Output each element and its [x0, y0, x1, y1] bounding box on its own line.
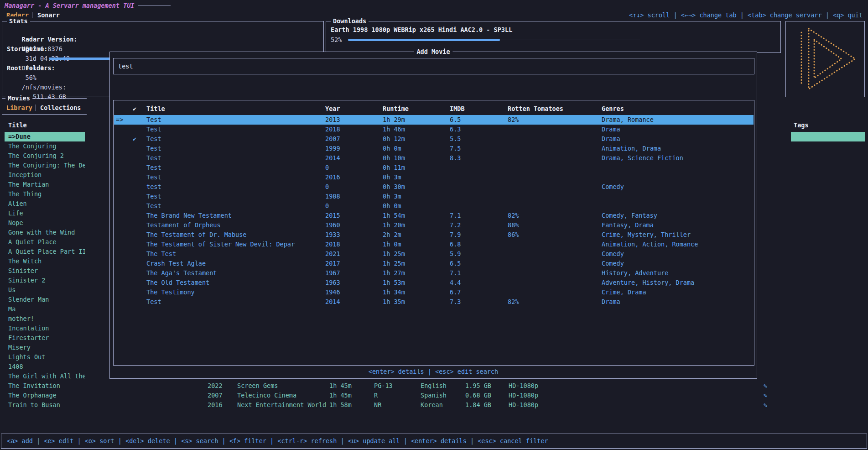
result-rotten-tomatoes-cell	[508, 268, 599, 278]
result-genres-cell: Crime, Drama	[602, 288, 751, 297]
result-title-cell: The Brand New Testament	[146, 211, 324, 220]
monitored-icon	[764, 343, 775, 352]
movie-tags-cell	[791, 161, 865, 170]
result-imdb-cell: 7.9	[450, 230, 504, 240]
library-row[interactable]: The Orphanage 2007 Telecinco Cinema 1h 4…	[3, 391, 865, 400]
selection-arrow: =>	[116, 115, 131, 125]
result-rotten-tomatoes-cell	[508, 201, 599, 211]
added-check-icon	[133, 153, 145, 163]
library-row[interactable]: Train to Busan 2016 Next Entertainment W…	[3, 400, 865, 410]
selection-arrow	[116, 163, 131, 173]
movie-tags-cell	[791, 400, 865, 410]
movie-tags-cell	[791, 314, 865, 324]
added-check-icon	[133, 220, 145, 230]
search-result-row[interactable]: Test 1999 0h 0m 7.5 Animation, Drama	[114, 144, 754, 153]
search-result-row[interactable]: Test 2018 1h 46m 6.3 Drama	[114, 125, 754, 134]
result-year-cell: 1946	[325, 288, 380, 297]
movie-tags-cell	[791, 304, 865, 314]
result-runtime-cell: 0h 0m	[383, 144, 447, 153]
monitored-icon	[764, 333, 775, 343]
movie-title-cell: Sinister 2	[5, 276, 85, 285]
result-title-cell: The Testament of Dr. Mabuse	[146, 230, 324, 240]
search-results-table[interactable]: ✔ Title Year Runtime IMDB Rotten Tomatoe…	[113, 100, 754, 366]
movie-tags-cell	[791, 276, 865, 285]
result-rotten-tomatoes-cell	[508, 192, 599, 201]
result-genres-cell	[602, 201, 751, 211]
movie-runtime-cell: 1h 58m	[329, 400, 373, 410]
search-result-row[interactable]: => Test 2013 1h 29m 6.5 82% Drama, Roman…	[114, 115, 754, 125]
monitored-icon: ✎	[764, 381, 775, 391]
result-title-cell: Test	[146, 192, 324, 201]
result-imdb-cell	[450, 192, 504, 201]
popup-keybindings: <enter> details | <esc> edit search	[110, 367, 757, 377]
movie-title-cell: The Conjuring 2	[5, 151, 85, 161]
result-runtime-cell: 1h 25m	[383, 259, 447, 268]
search-result-row[interactable]: Test 2014 1h 35m 7.3 82% Drama	[114, 297, 754, 307]
search-result-row[interactable]: The Old Testament 1963 1h 53m 4.4 Advent…	[114, 278, 754, 288]
search-result-row[interactable]: The Testament of Dr. Mabuse 1933 2h 2m 7…	[114, 230, 754, 240]
movie-title-cell: Sinister	[5, 266, 85, 276]
monitored-icon	[764, 237, 775, 247]
result-imdb-cell: 7.5	[450, 144, 504, 153]
search-result-row[interactable]: Test 1988 0h 3m	[114, 192, 754, 201]
search-result-row[interactable]: Crash Test Aglae 2017 1h 25m 6.5 Comedy	[114, 259, 754, 268]
result-runtime-cell: 2h 2m	[383, 230, 447, 240]
movie-title-cell: A Quiet Place	[5, 237, 85, 247]
result-title-cell: Test	[146, 144, 324, 153]
result-year-cell: 2016	[325, 173, 380, 182]
monitored-icon	[764, 189, 775, 199]
movie-search-input[interactable]	[114, 58, 754, 74]
result-title-cell: Test	[146, 163, 324, 173]
search-results-rows[interactable]: => Test 2013 1h 29m 6.5 82% Drama, Roman…	[114, 100, 754, 365]
result-imdb-cell	[450, 182, 504, 192]
search-result-row[interactable]: The Testament of Sister New Devil: Depar…	[114, 240, 754, 249]
result-year-cell: 1967	[325, 268, 380, 278]
result-imdb-cell: 7.3	[450, 297, 504, 307]
added-check-icon	[133, 297, 145, 307]
monitored-icon	[764, 161, 775, 170]
library-row[interactable]: The Invitation 2022 Screen Gems 1h 45m P…	[3, 381, 865, 391]
movie-tags-cell	[791, 352, 865, 362]
monitored-icon	[764, 170, 775, 180]
search-result-row[interactable]: Testament of Orpheus 1960 1h 20m 7.2 88%…	[114, 220, 754, 230]
result-runtime-cell: 1h 46m	[383, 125, 447, 134]
movie-rating-cell: NR	[374, 400, 417, 410]
monitored-icon	[764, 314, 775, 324]
result-genres-cell: Comedy, Fantasy	[602, 211, 751, 220]
movie-tags-cell	[791, 141, 865, 151]
movie-title-cell: Alien	[5, 199, 85, 209]
selection-arrow	[116, 288, 131, 297]
search-result-row[interactable]: Test 2016 0h 3m	[114, 173, 754, 182]
search-result-row[interactable]: The Brand New Testament 2015 1h 54m 7.1 …	[114, 211, 754, 220]
selection-arrow	[116, 230, 131, 240]
movie-title-cell: 1408	[5, 362, 85, 372]
search-result-row[interactable]: ✔ Test 2007 0h 12m 5.5 Drama	[114, 134, 754, 144]
search-result-row[interactable]: Test 0 0h 11m	[114, 163, 754, 173]
result-genres-cell	[602, 173, 751, 182]
movie-title-cell: The Conjuring: The De	[5, 161, 85, 170]
movie-title-cell: The Martian	[5, 180, 85, 189]
result-rotten-tomatoes-cell: 82%	[508, 211, 599, 220]
result-rotten-tomatoes-cell	[508, 259, 599, 268]
movie-tags-cell	[791, 228, 865, 237]
context-keybindings: <a> add | <e> edit | <o> sort | <del> de…	[7, 436, 548, 446]
search-result-row[interactable]: The Testimony 1946 1h 34m 6.7 Crime, Dra…	[114, 288, 754, 297]
result-runtime-cell: 0h 3m	[383, 192, 447, 201]
search-result-row[interactable]: The Test 2021 1h 25m 5.9 Comedy	[114, 249, 754, 259]
result-year-cell: 0	[325, 163, 380, 173]
search-result-row[interactable]: Test 0 0h 0m	[114, 201, 754, 211]
result-imdb-cell	[450, 173, 504, 182]
added-check-icon	[133, 192, 145, 201]
movie-language-cell: Spanish	[421, 391, 464, 400]
search-result-row[interactable]: Test 2014 0h 10m 8.3 Drama, Science Fict…	[114, 153, 754, 163]
search-result-row[interactable]: test 0 0h 30m Comedy	[114, 182, 754, 192]
result-rotten-tomatoes-cell	[508, 134, 599, 144]
result-runtime-cell: 1h 35m	[383, 297, 447, 307]
result-title-cell: Test	[146, 134, 324, 144]
movie-title-cell: Us	[5, 285, 85, 295]
result-genres-cell: Drama	[602, 134, 751, 144]
movie-tags-cell	[791, 372, 865, 381]
search-result-row[interactable]: The Aga's Testament 1967 1h 27m 7.1 Hist…	[114, 268, 754, 278]
monitored-icon	[764, 324, 775, 333]
result-rotten-tomatoes-cell	[508, 153, 599, 163]
